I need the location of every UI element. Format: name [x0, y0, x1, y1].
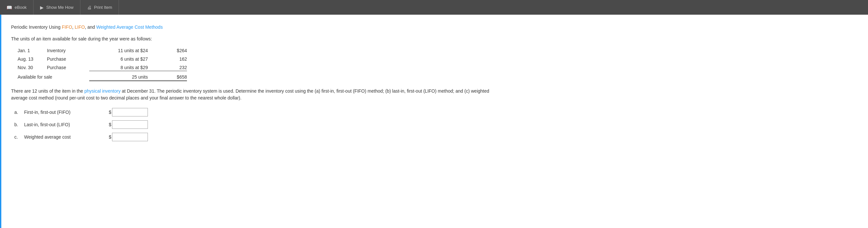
tab-show-me-how[interactable]: ▶ Show Me How [34, 0, 81, 15]
dollar-sign-c: $ [109, 134, 112, 140]
tab-ebook[interactable]: 📖 eBook [0, 0, 34, 15]
answer-row-fifo: a. First-in, first-out (FIFO) $ [14, 108, 858, 116]
row-type: Purchase [47, 65, 89, 70]
row-units: 6 units at $27 [89, 56, 154, 62]
lifo-link[interactable]: LIFO [74, 25, 85, 30]
inventory-table: Jan. 1 Inventory 11 units at $24 $264 Au… [18, 48, 858, 81]
problem-description: The units of an item available for sale … [11, 36, 858, 41]
answer-letter-b: b. [14, 122, 24, 127]
answer-letter-a: a. [14, 110, 24, 115]
problem-title: Periodic Inventory Using FIFO, LIFO, and… [11, 25, 858, 30]
row-type: Inventory [47, 48, 89, 53]
problem-paragraph: There are 12 units of the item in the ph… [11, 88, 500, 102]
row-date: Nov. 30 [18, 65, 47, 70]
row-type: Purchase [47, 56, 89, 62]
show-me-how-icon: ▶ [40, 5, 44, 10]
title-prefix: Periodic Inventory Using [11, 25, 62, 30]
tab-print-item[interactable]: 🖨 Print Item [81, 0, 119, 15]
dollar-sign-b: $ [109, 122, 112, 127]
answer-input-wrapper-c: $ [109, 133, 148, 141]
tab-show-me-how-label: Show Me How [46, 5, 73, 10]
table-row: Aug. 13 Purchase 6 units at $27 162 [18, 56, 858, 62]
row-cost-total: $658 [154, 74, 187, 81]
main-content: Periodic Inventory Using FIFO, LIFO, and… [0, 15, 868, 228]
answer-label-fifo: First-in, first-out (FIFO) [24, 110, 109, 115]
answer-row-weighted: c. Weighted average cost $ [14, 133, 858, 141]
answers-section: a. First-in, first-out (FIFO) $ b. Last-… [14, 108, 858, 141]
row-units: 11 units at $24 [89, 48, 154, 53]
answer-letter-c: c. [14, 134, 24, 140]
row-cost: $264 [154, 48, 187, 53]
row-date: Aug. 13 [18, 56, 47, 62]
tab-bar: 📖 eBook ▶ Show Me How 🖨 Print Item [0, 0, 868, 15]
tab-print-item-label: Print Item [94, 5, 112, 10]
answer-label-weighted: Weighted average cost [24, 134, 109, 140]
fifo-link[interactable]: FIFO [62, 25, 72, 30]
row-date: Jan. 1 [18, 48, 47, 53]
table-row: Jan. 1 Inventory 11 units at $24 $264 [18, 48, 858, 53]
fifo-input[interactable] [112, 108, 148, 116]
row-date-total: Available for sale [18, 74, 89, 80]
problem-text-1: There are 12 units of the item in the [11, 88, 84, 94]
table-row: Nov. 30 Purchase 8 units at $29 232 [18, 65, 858, 71]
row-cost: 162 [154, 56, 187, 62]
row-cost: 232 [154, 65, 187, 71]
row-units-total: 25 units [89, 74, 154, 81]
answer-label-lifo: Last-in, first-out (LIFO) [24, 122, 109, 127]
weighted-link[interactable]: Weighted Average Cost Methods [96, 25, 162, 30]
answer-row-lifo: b. Last-in, first-out (LIFO) $ [14, 120, 858, 129]
answer-input-wrapper-b: $ [109, 120, 148, 129]
title-sep2: , and [85, 25, 96, 30]
ebook-icon: 📖 [6, 5, 12, 10]
answer-input-wrapper-a: $ [109, 108, 148, 116]
tab-ebook-label: eBook [14, 5, 27, 10]
lifo-input[interactable] [112, 120, 148, 129]
physical-inventory-link[interactable]: physical inventory [84, 88, 121, 94]
dollar-sign-a: $ [109, 110, 112, 115]
row-units: 8 units at $29 [89, 65, 154, 71]
print-item-icon: 🖨 [87, 5, 92, 10]
table-row-total: Available for sale 25 units $658 [18, 74, 858, 81]
weighted-input[interactable] [112, 133, 148, 141]
